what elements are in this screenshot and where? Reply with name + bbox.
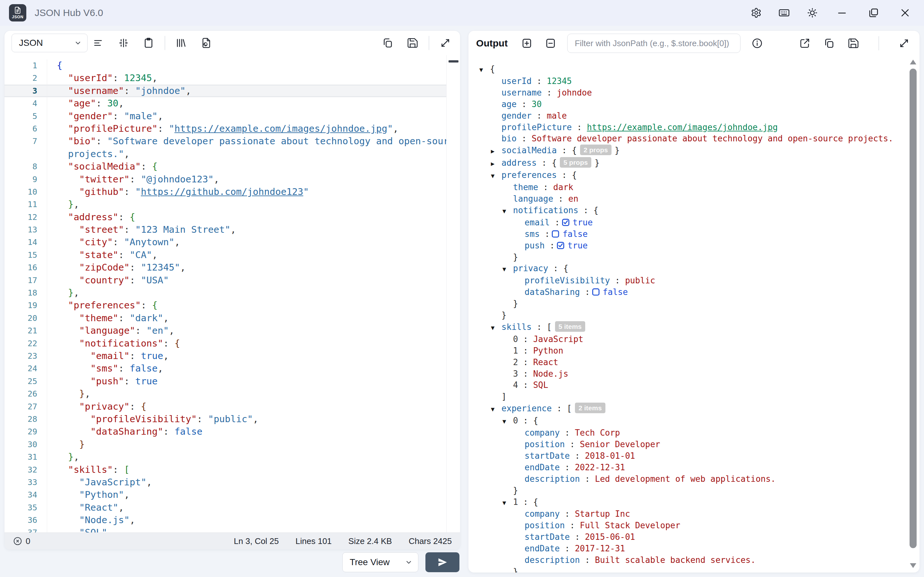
- code-line[interactable]: 10 "github": "https://github.com/johndoe…: [5, 185, 460, 198]
- collapse-node-icon[interactable]: ▼: [502, 263, 513, 275]
- code-line[interactable]: 1{: [5, 59, 460, 72]
- tree-row[interactable]: language : en: [468, 193, 919, 205]
- code-line[interactable]: 24 "sms": false,: [5, 362, 460, 375]
- scroll-down-arrow-icon[interactable]: [910, 563, 916, 568]
- tree-row[interactable]: endDate : 2017-12-31: [468, 543, 919, 554]
- tree-row[interactable]: description : Led development of web app…: [468, 474, 919, 485]
- code-line[interactable]: 6 "profilePicture": "https://example.com…: [5, 122, 460, 135]
- code-line[interactable]: 7 "bio": "Software developer passionate …: [5, 135, 460, 147]
- code-line[interactable]: 28 "profileVisibility": "public",: [5, 413, 460, 425]
- boolean-checkbox[interactable]: [556, 241, 565, 250]
- code-line[interactable]: 19 "preferences": {: [5, 299, 460, 311]
- tree-row[interactable]: }: [468, 298, 919, 309]
- theme-light-icon[interactable]: [806, 7, 818, 19]
- tree-row[interactable]: theme : dark: [468, 182, 919, 193]
- code-line[interactable]: 26 },: [5, 388, 460, 400]
- tree-row[interactable]: ▼{: [468, 63, 919, 76]
- tree-row[interactable]: startDate : 2015-06-01: [468, 532, 919, 543]
- tree-row[interactable]: 1 : Python: [468, 345, 919, 357]
- tree-row[interactable]: profilePicture : https://example.com/ima…: [468, 122, 919, 133]
- paste-icon[interactable]: [141, 35, 156, 51]
- tree-row[interactable]: ▶address : {5 props}: [468, 157, 919, 169]
- save-icon[interactable]: [846, 35, 861, 51]
- tree-row[interactable]: ]: [468, 391, 919, 403]
- tree-row[interactable]: ▼privacy : {: [468, 263, 919, 275]
- tree-row[interactable]: position : Full Stack Developer: [468, 520, 919, 532]
- collapse-node-icon[interactable]: ▼: [491, 170, 501, 182]
- tree-row[interactable]: email :true: [468, 217, 919, 229]
- tree-row[interactable]: }: [468, 309, 919, 321]
- code-line[interactable]: 22 "notifications": {: [5, 337, 460, 350]
- boolean-checkbox[interactable]: [591, 287, 600, 296]
- code-line[interactable]: 13 "street": "123 Main Street",: [5, 223, 460, 236]
- tree-row[interactable]: profileVisibility : public: [468, 275, 919, 287]
- tree-row[interactable]: }: [468, 485, 919, 496]
- url-link[interactable]: https://github.com/johndoe123: [141, 186, 303, 197]
- code-line[interactable]: 8 "socialMedia": {: [5, 160, 460, 173]
- copy-icon[interactable]: [821, 35, 837, 51]
- tree-row[interactable]: ▼1 : {: [468, 496, 919, 509]
- code-line[interactable]: 4 "age": 30,: [5, 97, 460, 110]
- tree-row[interactable]: gender : male: [468, 110, 919, 122]
- scroll-up-arrow-icon[interactable]: [910, 60, 916, 64]
- fullscreen-icon[interactable]: [897, 35, 912, 51]
- collapse-node-icon[interactable]: ▼: [502, 205, 513, 217]
- tree-row[interactable]: endDate : 2022-12-31: [468, 462, 919, 474]
- tree-row[interactable]: ▼skills : [5 items: [468, 321, 919, 334]
- code-line[interactable]: projects.",: [5, 148, 460, 160]
- code-line[interactable]: 23 "email": true,: [5, 350, 460, 362]
- tree-row[interactable]: bio : Software developer passionate abou…: [468, 133, 919, 145]
- tree-row[interactable]: startDate : 2018-01-01: [468, 450, 919, 462]
- code-line[interactable]: 37 "SQL": [5, 526, 460, 532]
- tree-row[interactable]: 0 : JavaScript: [468, 334, 919, 345]
- tree-row[interactable]: ▶socialMedia : {2 props}: [468, 145, 919, 157]
- code-line[interactable]: 34 "Python",: [5, 488, 460, 501]
- code-line[interactable]: 27 "privacy": {: [5, 400, 460, 413]
- code-line[interactable]: 11 },: [5, 198, 460, 211]
- tree-row[interactable]: ▼0 : {: [468, 415, 919, 427]
- tree-row[interactable]: 4 : SQL: [468, 380, 919, 391]
- boolean-checkbox[interactable]: [561, 218, 570, 227]
- code-line[interactable]: 21 "language": "en",: [5, 324, 460, 337]
- code-line[interactable]: 5 "gender": "male",: [5, 110, 460, 122]
- code-editor[interactable]: 1{2 "userId": 12345,3 "username": "johnd…: [5, 55, 460, 532]
- info-icon[interactable]: [750, 35, 765, 51]
- tree-row[interactable]: }: [468, 566, 919, 572]
- tree-row[interactable]: company : Startup Inc: [468, 508, 919, 520]
- library-icon[interactable]: [174, 35, 189, 51]
- tree-row[interactable]: ▼preferences : {: [468, 169, 919, 182]
- keyboard-icon[interactable]: [779, 7, 790, 19]
- tree-row[interactable]: username : johndoe: [468, 87, 919, 99]
- code-line[interactable]: 35 "React",: [5, 501, 460, 514]
- collapse-node-icon[interactable]: ▼: [491, 404, 501, 415]
- code-line[interactable]: 25 "push": true: [5, 375, 460, 388]
- url-link[interactable]: https://example.com/images/johndoe.jpg: [587, 122, 778, 132]
- tree-row[interactable]: company : Tech Corp: [468, 427, 919, 439]
- code-line[interactable]: 30 }: [5, 438, 460, 451]
- tree-row[interactable]: push :true: [468, 240, 919, 251]
- editor-scrollbar[interactable]: [446, 55, 460, 532]
- tree-row[interactable]: sms :false: [468, 229, 919, 240]
- code-line[interactable]: 17 "country": "USA": [5, 274, 460, 287]
- save-icon[interactable]: [405, 35, 420, 51]
- code-line[interactable]: 31 },: [5, 451, 460, 463]
- collapse-all-icon[interactable]: [543, 35, 558, 51]
- expand-node-icon[interactable]: ▶: [491, 158, 501, 169]
- tree-row[interactable]: dataSharing :false: [468, 287, 919, 298]
- code-line[interactable]: 36 "Node.js",: [5, 514, 460, 526]
- json-tree-view[interactable]: ▼{userId : 12345username : johndoeage : …: [468, 56, 919, 572]
- code-line[interactable]: 15 "state": "CA",: [5, 249, 460, 261]
- url-link[interactable]: https://example.com/images/johndoe.jpg: [174, 123, 387, 134]
- output-scrollbar[interactable]: [909, 60, 917, 569]
- language-select[interactable]: JSON: [11, 34, 87, 52]
- view-mode-select[interactable]: Tree View: [342, 552, 418, 572]
- tree-row[interactable]: 3 : Node.js: [468, 368, 919, 380]
- collapse-node-icon[interactable]: ▼: [502, 497, 513, 509]
- code-line[interactable]: 20 "theme": "dark",: [5, 312, 460, 324]
- compact-icon[interactable]: [116, 35, 131, 51]
- collapse-node-icon[interactable]: ▼: [479, 64, 490, 76]
- settings-icon[interactable]: [751, 7, 762, 19]
- tree-row[interactable]: position : Senior Developer: [468, 439, 919, 450]
- code-line[interactable]: 33 "JavaScript",: [5, 476, 460, 488]
- collapse-node-icon[interactable]: ▼: [491, 322, 501, 334]
